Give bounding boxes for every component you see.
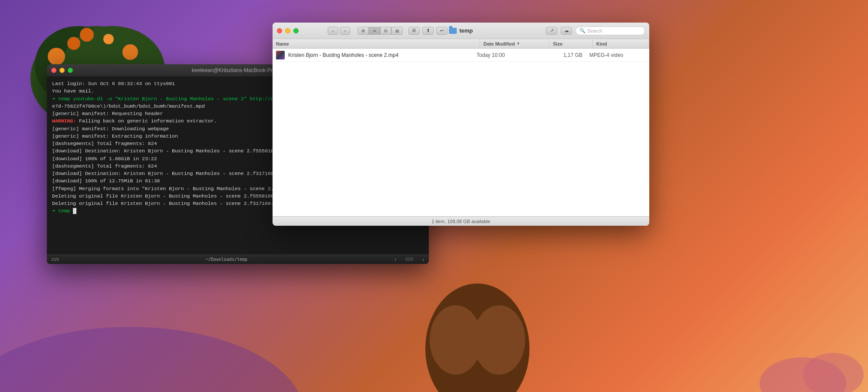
terminal-status-shell: zsh <box>51 257 59 262</box>
finder-search-box[interactable]: 🔍 Search <box>575 26 645 35</box>
bottom-decoration <box>0 262 868 392</box>
finder-close-button[interactable] <box>277 28 282 33</box>
terminal-status-right: ↑ 699 ↓ <box>394 257 424 262</box>
finder-airdrop-button[interactable]: ↗ <box>546 27 557 35</box>
finder-col-size[interactable]: Size <box>549 39 593 48</box>
finder-columns-header: Name Date Modified ▼ Size Kind <box>273 39 649 49</box>
file-name: Kristen Bjorn - Busting Manholes - scene… <box>288 52 477 58</box>
finder-folder-icon <box>449 28 457 34</box>
file-kind: MPEG-4 video <box>589 52 646 58</box>
svg-point-6 <box>122 44 138 60</box>
finder-arrange-button[interactable]: ⚙ <box>408 27 420 35</box>
finder-col-name[interactable]: Name <box>273 39 480 48</box>
finder-minimize-button[interactable] <box>285 28 290 33</box>
finder-titlebar: ‹ › ⊞ ≡ ⊟ ▤ ⚙ ⬆ ↩ temp ↗ ☁ 🔍 Search <box>273 23 649 39</box>
terminal-maximize-button[interactable] <box>68 68 73 73</box>
finder-gallery-view-button[interactable]: ▤ <box>391 27 403 35</box>
file-thumbnail-image <box>276 51 285 59</box>
file-thumbnail <box>276 51 285 59</box>
finder-window-title: temp <box>459 27 473 34</box>
finder-column-view-button[interactable]: ⊟ <box>380 27 391 35</box>
terminal-minimize-button[interactable] <box>59 68 65 73</box>
finder-col-date[interactable]: Date Modified ▼ <box>480 39 549 48</box>
finder-tags-button[interactable]: ↩ <box>436 27 447 35</box>
terminal-status-up: ↑ <box>394 257 397 262</box>
finder-back-button[interactable]: ‹ <box>328 27 338 35</box>
sort-icon: ▼ <box>516 42 520 46</box>
svg-point-14 <box>473 305 525 375</box>
svg-point-7 <box>103 34 114 44</box>
finder-item-count: 1 item, 108,08 GB available <box>431 219 490 224</box>
svg-point-11 <box>0 327 304 392</box>
terminal-status-down: ↓ <box>422 257 424 262</box>
finder-statusbar: 1 item, 108,08 GB available <box>273 216 649 226</box>
finder-icon-view-button[interactable]: ⊞ <box>358 27 369 35</box>
terminal-close-button[interactable] <box>51 68 56 73</box>
finder-view-buttons: ⊞ ≡ ⊟ ▤ <box>358 27 403 35</box>
svg-point-8 <box>80 28 94 42</box>
finder-window: ‹ › ⊞ ≡ ⊟ ▤ ⚙ ⬆ ↩ temp ↗ ☁ 🔍 Search <box>273 23 649 226</box>
finder-nav-buttons: ‹ › <box>328 27 350 35</box>
terminal-statusbar: zsh ~/Downloads/temp ↑ 699 ↓ <box>47 254 429 264</box>
finder-share-button[interactable]: ⬆ <box>422 27 434 35</box>
svg-point-4 <box>48 48 65 65</box>
svg-point-5 <box>67 37 80 50</box>
finder-title-area: temp <box>449 27 473 34</box>
finder-list-view-button[interactable]: ≡ <box>369 27 380 35</box>
finder-maximize-button[interactable] <box>293 28 299 33</box>
terminal-status-path: ~/Downloads/temp <box>59 257 394 262</box>
file-date-modified: Today 10:00 <box>477 52 546 58</box>
finder-col-kind[interactable]: Kind <box>593 39 649 48</box>
file-size: 1,17 GB <box>546 52 589 58</box>
finder-search-area: ↗ ☁ 🔍 Search <box>546 26 645 35</box>
finder-search-placeholder: Search <box>587 28 602 33</box>
finder-file-row[interactable]: Kristen Bjorn - Busting Manholes - scene… <box>273 49 649 62</box>
search-icon: 🔍 <box>579 28 585 33</box>
finder-file-list: Kristen Bjorn - Busting Manholes - scene… <box>273 49 649 216</box>
terminal-status-progress: 699 <box>405 257 413 262</box>
terminal-cursor <box>73 208 76 214</box>
finder-action-buttons: ⚙ ⬆ ↩ <box>408 27 447 35</box>
finder-forward-button[interactable]: › <box>340 27 350 35</box>
finder-icloud-button[interactable]: ☁ <box>561 27 572 35</box>
